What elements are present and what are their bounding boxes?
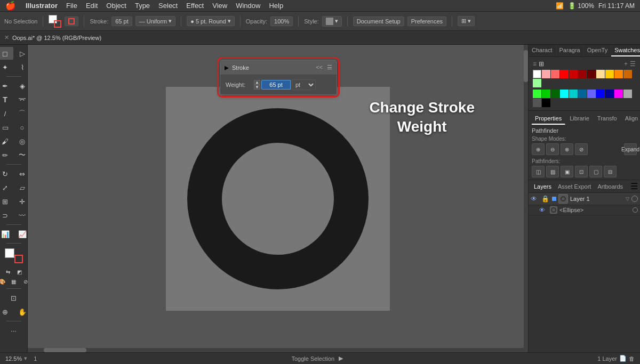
swatch-menu-icon[interactable]: ☰	[630, 60, 636, 68]
swatch-6[interactable]	[587, 70, 596, 78]
layer-1-row[interactable]: 👁 🔒 Layer 1 ▽	[529, 193, 640, 205]
selection-tool[interactable]: ◻	[0, 47, 13, 60]
zoom-level[interactable]: 12.5%	[5, 355, 22, 362]
stroke-fill-btn[interactable]	[65, 17, 78, 26]
menu-help[interactable]: Help	[265, 2, 287, 10]
swatch-1[interactable]	[542, 70, 550, 78]
minus-front-btn[interactable]: ⊖	[546, 143, 559, 155]
crop-btn[interactable]: ⊡	[575, 166, 588, 177]
menu-effect[interactable]: Effect	[182, 2, 208, 10]
swatch-19[interactable]	[596, 90, 605, 98]
intersect-btn[interactable]: ⊗	[561, 143, 573, 155]
swatch-15[interactable]	[560, 90, 569, 98]
sublayer-ellipse-row[interactable]: 👁 <Ellipse>	[529, 205, 640, 215]
tab-filename[interactable]: Oops.ai* @ 12.5% (RGB/Preview)	[12, 35, 101, 41]
color-boxes[interactable]	[5, 248, 23, 263]
stroke-size-btn[interactable]: 65 pt	[111, 17, 132, 26]
weight-up-btn[interactable]: ▲	[254, 80, 260, 85]
tab-transform[interactable]: Transfo	[594, 113, 621, 125]
paintbrush-tool[interactable]: 🖌	[0, 135, 13, 148]
tab-paragraph[interactable]: Paragra	[556, 45, 584, 56]
width-tool[interactable]: ⊃	[0, 209, 13, 222]
default-colors-btn[interactable]: ◩	[14, 268, 25, 276]
outline-btn[interactable]: ▢	[589, 166, 602, 177]
menu-window[interactable]: Window	[231, 2, 265, 10]
layer-target-icon[interactable]	[631, 196, 638, 202]
unite-btn[interactable]: ⊕	[532, 143, 545, 155]
layers-tab[interactable]: Layers	[531, 182, 555, 191]
zoom-tool[interactable]: ⊕	[0, 305, 13, 318]
horizontal-scrollbar[interactable]	[28, 348, 524, 352]
fill-stroke-icon[interactable]	[49, 15, 61, 28]
divide-btn[interactable]: ◫	[532, 166, 545, 177]
tab-swatches[interactable]: Swatches	[611, 45, 640, 56]
canvas-area[interactable]: ▸ Stroke << ☰ Weight: ▲ ▼	[28, 45, 528, 352]
swatch-22[interactable]	[623, 90, 632, 98]
weight-unit-select[interactable]: pt px mm in	[292, 79, 316, 90]
chart-tool[interactable]: 📊	[0, 228, 13, 240]
expand-btn[interactable]: Expand	[624, 143, 637, 155]
swatch-13[interactable]	[542, 90, 550, 98]
rotate-tool[interactable]: ↻	[0, 167, 13, 180]
stroke-type-btn[interactable]: — Uniform ▾	[135, 16, 176, 26]
swatch-20[interactable]	[605, 90, 614, 98]
minus-back-btn[interactable]: ⊟	[604, 166, 617, 177]
layer-name[interactable]: Layer 1	[570, 196, 623, 202]
gradient-btn[interactable]: ▦	[9, 277, 19, 286]
brush-size-btn[interactable]: ● 5 pt. Round ▾	[187, 16, 235, 26]
swatch-9[interactable]	[614, 70, 623, 78]
layer-lock-btn[interactable]: 🔒	[541, 195, 550, 203]
swatch-add-icon[interactable]: +	[624, 60, 628, 68]
scale-tool[interactable]: ⤢	[0, 181, 13, 194]
opacity-btn[interactable]: 100%	[270, 17, 293, 26]
apple-menu[interactable]: 🍎	[0, 1, 21, 11]
menu-object[interactable]: Object	[102, 2, 131, 10]
artboards-tab[interactable]: Artboards	[594, 182, 626, 191]
menu-type[interactable]: Type	[131, 2, 154, 10]
swatch-24[interactable]	[542, 99, 550, 107]
line-tool[interactable]: /	[0, 107, 13, 120]
add-layer-btn[interactable]: 📄	[619, 355, 627, 362]
tab-libraries[interactable]: Librarie	[566, 113, 593, 125]
pen-tool[interactable]: ✒	[0, 79, 13, 92]
ellipse-shape[interactable]	[187, 108, 369, 289]
vertical-scrollbar[interactable]	[524, 45, 528, 352]
tab-align[interactable]: Align	[622, 113, 640, 125]
swatch-17[interactable]	[578, 90, 587, 98]
swatch-18[interactable]	[587, 90, 596, 98]
swatch-4[interactable]	[569, 70, 578, 78]
weight-down-btn[interactable]: ▼	[254, 85, 260, 90]
app-name[interactable]: Illustrator	[21, 2, 62, 10]
sublayer-name[interactable]: <Ellipse>	[559, 207, 630, 213]
menu-select[interactable]: Select	[154, 2, 182, 10]
menu-file[interactable]: File	[62, 2, 82, 10]
type-tool[interactable]: T	[0, 93, 13, 106]
menu-edit[interactable]: Edit	[82, 2, 102, 10]
sublayer-target-icon[interactable]	[633, 207, 638, 213]
stroke-box[interactable]	[14, 255, 23, 263]
pencil-tool[interactable]: ✏	[0, 149, 13, 161]
swatch-12[interactable]	[533, 90, 541, 98]
swatch-5[interactable]	[578, 70, 587, 78]
swap-colors-btn[interactable]: ⇆	[3, 268, 13, 276]
more-tools-btn[interactable]: ···	[6, 324, 22, 337]
swatch-grid-icon[interactable]: ⊞	[539, 60, 544, 68]
artboard-tool[interactable]: ⊡	[6, 292, 22, 304]
preferences-btn[interactable]: Preferences	[407, 17, 446, 26]
swatch-16[interactable]	[569, 90, 578, 98]
doc-setup-btn[interactable]: Document Setup	[353, 17, 404, 26]
panel-collapse-icon[interactable]: ▸	[225, 62, 229, 72]
swatch-23[interactable]	[533, 99, 541, 107]
asset-export-tab[interactable]: Asset Export	[555, 182, 594, 191]
exclude-btn[interactable]: ⊘	[575, 143, 588, 155]
rect-tool[interactable]: ▭	[0, 121, 13, 134]
swatch-3[interactable]	[560, 70, 569, 78]
weight-input[interactable]	[261, 80, 291, 90]
arrange-btn[interactable]: ⊞ ▾	[458, 16, 475, 26]
swatch-11[interactable]	[533, 79, 541, 87]
tab-close-btn[interactable]: ✕	[4, 34, 9, 41]
swatch-10[interactable]	[623, 70, 632, 78]
merge-btn[interactable]: ▣	[561, 166, 573, 177]
trash-btn[interactable]: 🗑	[629, 355, 635, 362]
color-mode-btn[interactable]: 🎨	[0, 277, 7, 286]
